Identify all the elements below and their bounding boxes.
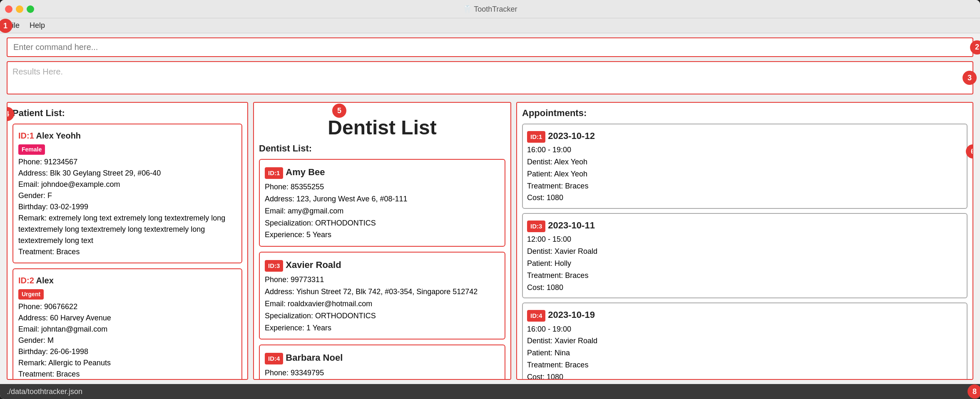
results-placeholder: Results Here. [12, 67, 63, 76]
appt-card-3: ID:32023-10-11 12:00 - 15:00 Dentist: Xa… [522, 213, 968, 298]
dentist-card-4: ID:4Barbara Noel Phone: 93349795 Address… [259, 344, 505, 380]
dentist-exp-1: Experience: 5 Years [265, 229, 500, 241]
patient-list-title: Patient List: [12, 108, 242, 119]
results-area: 3 Results Here. [7, 61, 973, 94]
patient-phone-2: Phone: 90676622 [18, 301, 236, 312]
command-area: 2 [0, 33, 980, 61]
appt-cost-3: Cost: 1080 [527, 282, 963, 294]
patient-remark-2: Remark: Allergic to Peanuts [18, 357, 236, 369]
patient-address-2: Address: 60 Harvey Avenue [18, 312, 236, 324]
appt-cost-1: Cost: 1080 [527, 192, 963, 204]
appt-treatment-3: Treatment: Braces [527, 270, 963, 282]
patient-birthday-1: Birthday: 03-02-1999 [18, 201, 236, 213]
patient-badge-2: Urgent [18, 289, 44, 300]
dentist-address-3: Address: Yishun Street 72, Blk 742, #03-… [265, 286, 500, 298]
dentist-card-3: ID:3Xavier Roald Phone: 99773311 Address… [259, 252, 505, 340]
appt-id-4: ID:42023-10-19 [527, 307, 963, 322]
patient-treatment-1: Treatment: Braces [18, 246, 236, 258]
minimize-button[interactable] [16, 5, 23, 13]
maximize-button[interactable] [27, 5, 34, 13]
dentist-phone-3: Phone: 99773311 [265, 274, 500, 286]
traffic-lights [5, 5, 34, 13]
patient-gender-2: Gender: M [18, 335, 236, 346]
annotation-8: 8 [968, 384, 980, 399]
patient-badge-1: Female [18, 144, 45, 155]
appt-treatment-1: Treatment: Braces [527, 180, 963, 192]
main-content: 4 Patient List: ID:1 Alex Yeohh Female P… [0, 98, 980, 384]
annotation-5: 5 [332, 104, 346, 118]
appointments-panel: 6 Appointments: ID:12023-10-12 16:00 - 1… [516, 102, 973, 380]
patient-card-1: ID:1 Alex Yeohh Female Phone: 91234567 A… [12, 124, 242, 263]
title-bar: 🦷 ToothTracker [0, 0, 980, 18]
appt-treatment-4: Treatment: Braces [527, 359, 963, 371]
patient-id-1: ID:1 Alex Yeohh [18, 129, 236, 142]
appt-time-1: 16:00 - 19:00 [527, 144, 963, 156]
dentist-id-1: ID:1Amy Bee [265, 165, 500, 179]
appt-card-4: ID:42023-10-19 16:00 - 19:00 Dentist: Xa… [522, 302, 968, 380]
dentist-list-heading: 5 Dentist List [259, 108, 505, 143]
dentist-address-1: Address: 123, Jurong West Ave 6, #08-111 [265, 193, 500, 205]
appointments-title: Appointments: [522, 108, 968, 119]
dentist-list-title: Dentist List: [259, 143, 505, 154]
dentist-spec-1: Specialization: ORTHODONTICS [265, 217, 500, 229]
status-path: ./data/toothtracker.json [7, 387, 82, 396]
appt-patient-1: Patient: Alex Yeoh [527, 168, 963, 180]
dentist-card-1: ID:1Amy Bee Phone: 85355255 Address: 123… [259, 159, 505, 247]
patient-remark-1: Remark: extremely long text extremely lo… [18, 213, 236, 246]
patient-gender-1: Gender: F [18, 190, 236, 201]
appt-dentist-1: Dentist: Alex Yeoh [527, 156, 963, 168]
dentist-exp-3: Experience: 1 Years [265, 322, 500, 334]
dentist-email-3: Email: roaldxavier@hotmail.com [265, 298, 500, 310]
appt-dentist-4: Dentist: Xavier Roald [527, 335, 963, 347]
menu-help[interactable]: Help [25, 20, 49, 32]
appt-time-4: 16:00 - 19:00 [527, 323, 963, 335]
appt-time-3: 12:00 - 15:00 [527, 233, 963, 245]
patient-id-label-2: ID:2 [18, 276, 34, 285]
dentist-id-4: ID:4Barbara Noel [265, 350, 500, 365]
main-window: 🦷 ToothTracker 1 File Help 2 3 Results H… [0, 0, 980, 399]
appt-cost-4: Cost: 1080 [527, 371, 963, 380]
dentist-address-4: Address: No Address Provided [265, 379, 500, 380]
patient-phone-1: Phone: 91234567 [18, 156, 236, 168]
dentist-phone-1: Phone: 85355255 [265, 181, 500, 193]
appt-patient-3: Patient: Holly [527, 258, 963, 270]
patient-email-1: Email: johndoe@example.com [18, 179, 236, 190]
dentist-spec-3: Specialization: ORTHODONTICS [265, 310, 500, 322]
patient-panel: 4 Patient List: ID:1 Alex Yeohh Female P… [7, 102, 248, 380]
annotation-3: 3 [963, 71, 977, 85]
status-bar: 8 ./data/toothtracker.json [0, 384, 980, 399]
patient-card-2: ID:2 Alex Urgent Phone: 90676622 Address… [12, 268, 242, 380]
menubar: 1 File Help [0, 18, 980, 33]
patient-id-label-1: ID:1 [18, 131, 34, 140]
dentist-panel: 5 Dentist List Dentist List: ID:1Amy Bee… [253, 102, 511, 380]
appt-id-3: ID:32023-10-11 [527, 218, 963, 233]
patient-email-2: Email: johntan@gmail.com [18, 324, 236, 335]
window-title-text: 🦷 ToothTracker [463, 5, 517, 14]
patient-address-1: Address: Blk 30 Geylang Street 29, #06-4… [18, 168, 236, 179]
window-title: 🦷 ToothTracker [463, 5, 517, 14]
appt-id-1: ID:12023-10-12 [527, 129, 963, 143]
patient-treatment-2: Treatment: Braces [18, 369, 236, 380]
dentist-id-3: ID:3Xavier Roald [265, 258, 500, 272]
close-button[interactable] [5, 5, 12, 13]
appt-patient-4: Patient: Nina [527, 347, 963, 359]
dentist-email-1: Email: amy@gmail.com [265, 205, 500, 217]
patient-birthday-2: Birthday: 26-06-1998 [18, 346, 236, 357]
appt-card-1: ID:12023-10-12 16:00 - 19:00 Dentist: Al… [522, 124, 968, 209]
dentist-phone-4: Phone: 93349795 [265, 367, 500, 379]
command-input[interactable] [7, 37, 973, 57]
patient-id-2: ID:2 Alex [18, 274, 236, 287]
appt-dentist-3: Dentist: Xavier Roald [527, 245, 963, 258]
